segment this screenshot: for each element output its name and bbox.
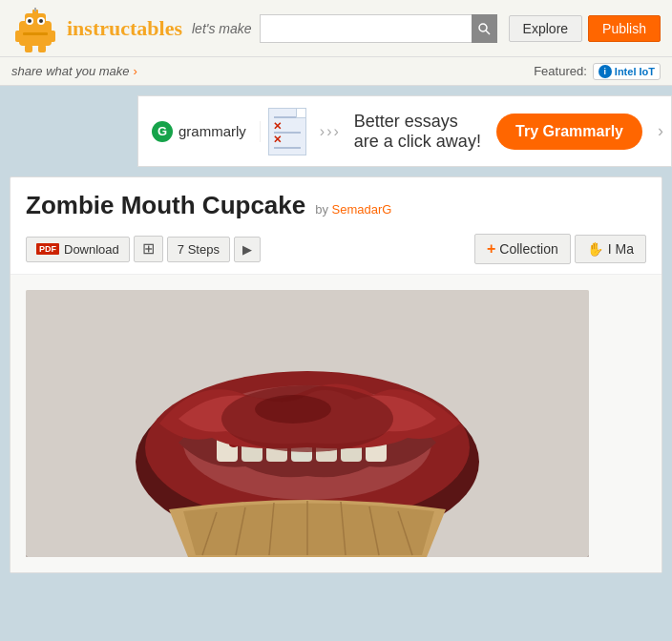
svg-rect-12 [38,45,46,52]
cupcake-image-svg [26,290,589,557]
site-name: instructables [67,16,182,41]
svg-line-14 [486,31,490,34]
by-label: by [315,202,328,217]
search-icon [477,22,491,35]
svg-rect-10 [50,31,55,42]
sub-header: share what you make › Featured: i Intel … [0,57,672,86]
pdf-icon: PDF [36,243,59,255]
author-name[interactable]: SemadarG [332,202,392,217]
download-button[interactable]: PDF Download [26,237,130,262]
svg-point-4 [28,19,32,23]
download-label: Download [64,242,119,257]
ad-brand-name: grammarly [178,123,246,139]
search-button[interactable] [472,14,497,43]
title-area: Zombie Mouth Cupcake by SemadarG [10,177,662,228]
explore-button[interactable]: Explore [509,15,582,42]
doc-x1-icon: ✕ [273,120,282,133]
logo-area[interactable]: instructables [11,4,182,53]
next-button[interactable]: ▶ [234,237,261,262]
ad-brand: G grammarly [138,121,261,142]
project-image [26,290,589,557]
ad-headline: Better essays are a click away! [345,112,496,152]
svg-rect-11 [25,45,32,52]
intel-badge[interactable]: i Intel IoT [593,63,661,80]
ad-cta-button[interactable]: Try Grammarly [496,114,642,150]
publish-button[interactable]: Publish [588,15,661,42]
svg-rect-9 [15,31,21,42]
ad-arrows-icon: ››› [314,123,345,140]
ad-right-arrow-icon: › [650,121,671,141]
share-tagline: share what you make [11,64,130,78]
collection-label: Collection [499,241,557,257]
intel-label: Intel IoT [615,66,655,77]
grid-icon: ⊞ [142,240,155,257]
svg-point-30 [255,395,331,424]
plus-icon: + [487,240,495,258]
toolbar: PDF Download ⊞ 7 Steps ▶ + Collection ✋ … [10,228,662,275]
ad-doc-icon: ✕ ✕ [261,100,314,163]
author-line: by SemadarG [315,202,391,217]
collection-button[interactable]: + Collection [474,234,571,264]
grid-view-button[interactable]: ⊞ [134,236,163,262]
grammarly-icon: G [152,121,173,142]
svg-point-5 [39,19,43,23]
project-page: Zombie Mouth Cupcake by SemadarG PDF Dow… [10,176,662,573]
project-title: Zombie Mouth Cupcake [26,191,305,220]
imade-button[interactable]: ✋ I Ma [575,235,646,263]
next-arrow-icon: ▶ [242,242,252,257]
image-area [10,275,662,572]
ad-banner: G grammarly ✕ ✕ ››› Better essays are a … [137,95,672,167]
steps-button[interactable]: 7 Steps [167,237,230,262]
site-header: instructables let's make Explore Publish [0,0,672,57]
robot-logo-icon [11,4,61,53]
share-arrow-icon: › [134,64,137,78]
svg-point-13 [479,24,487,31]
intel-logo-icon: i [598,65,612,78]
tagline: let's make [192,21,252,36]
hand-icon: ✋ [587,241,603,257]
search-bar [260,14,497,43]
svg-rect-8 [23,32,48,35]
featured-area: Featured: i Intel IoT [534,63,661,80]
search-input[interactable] [260,14,472,43]
imade-label: I Ma [608,241,634,257]
featured-label: Featured: [534,64,587,78]
nav-buttons: Explore Publish [509,15,661,42]
svg-rect-7 [34,8,36,11]
doc-x2-icon: ✕ [273,134,282,146]
